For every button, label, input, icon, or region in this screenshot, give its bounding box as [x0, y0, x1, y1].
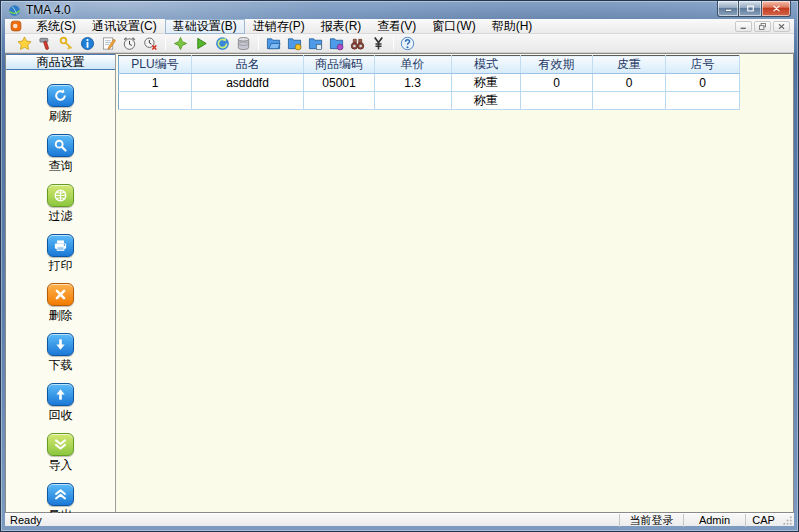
toolbar: [5, 34, 794, 53]
toolbar-button-database[interactable]: [233, 34, 254, 52]
folder-save-icon: [308, 36, 323, 51]
toolbar-button-note[interactable]: [98, 34, 119, 52]
column-header[interactable]: 店号: [666, 56, 740, 74]
menu-item[interactable]: 系统(S): [28, 19, 84, 34]
column-header[interactable]: 模式: [452, 56, 521, 74]
key-icon: [59, 36, 74, 51]
menu-item[interactable]: 通讯设置(C): [84, 19, 165, 34]
sidebar-button-query[interactable]: 查询: [47, 134, 74, 175]
sb-chev-up-icon: [47, 483, 74, 506]
toolbar-button-folder-sync[interactable]: [326, 34, 347, 52]
column-header[interactable]: 皮重: [593, 56, 666, 74]
folder-sync-icon: [329, 36, 344, 51]
menu-item[interactable]: 查看(V): [369, 19, 424, 34]
mdi-restore-button[interactable]: [754, 21, 771, 32]
toolbar-button-info[interactable]: [77, 34, 98, 52]
star-icon: [17, 36, 32, 51]
app-window: TMA 4.0 系统(S)通讯设置(C)基础设置(B)进销存(P)报表(R)查看…: [0, 0, 799, 532]
toolbar-button-folder-lock[interactable]: [284, 34, 305, 52]
table-cell[interactable]: [375, 92, 452, 110]
menu-item[interactable]: 帮助(H): [484, 19, 541, 34]
toolbar-button-currency[interactable]: [368, 34, 389, 52]
menu-item[interactable]: 报表(R): [313, 19, 370, 34]
toolbar-button-clock[interactable]: [119, 34, 140, 52]
sidebar-button-label: 导入: [49, 457, 73, 474]
app-logo-icon: [8, 4, 21, 17]
maximize-icon: [745, 0, 756, 18]
content-area: PLU编号品名商品编码单价模式有效期皮重店号 1asdddfd050011.3称…: [116, 54, 793, 512]
close-button[interactable]: [761, 1, 791, 17]
run-icon: [194, 36, 209, 51]
sidebar-button-refresh[interactable]: 刷新: [47, 84, 74, 125]
note-icon: [101, 36, 116, 51]
toolbar-button-refresh[interactable]: [212, 34, 233, 52]
table-cell[interactable]: [192, 92, 304, 110]
status-panel-1: Admin: [683, 514, 745, 527]
sidebar-title: 商品设置: [6, 54, 115, 70]
toolbar-button-run[interactable]: [191, 34, 212, 52]
minimize-button[interactable]: [717, 1, 739, 17]
table-cell[interactable]: 称重: [452, 92, 521, 110]
info-icon: [80, 36, 95, 51]
table-cell[interactable]: [521, 92, 593, 110]
menu-item[interactable]: 窗口(W): [424, 19, 483, 34]
database-icon: [236, 36, 251, 51]
sidebar-button-label: 查询: [49, 158, 73, 175]
table-cell[interactable]: 1.3: [375, 74, 452, 92]
menu-item[interactable]: 基础设置(B): [165, 19, 245, 34]
toolbar-button-add[interactable]: [170, 34, 191, 52]
table-cell[interactable]: 0: [593, 74, 666, 92]
sidebar-button-label: 刷新: [49, 108, 73, 125]
toolbar-button-help[interactable]: [398, 34, 418, 52]
sidebar-button-label: 打印: [49, 258, 73, 274]
column-header[interactable]: 有效期: [521, 56, 593, 74]
table-cell[interactable]: [666, 92, 740, 110]
toolbar-button-folder-open[interactable]: [263, 34, 284, 52]
status-panel-2: CAP: [745, 514, 781, 527]
column-header[interactable]: PLU编号: [119, 56, 192, 74]
title-bar[interactable]: TMA 4.0: [1, 1, 798, 19]
toolbar-button-hammer[interactable]: [35, 34, 56, 52]
client-area: 商品设置 刷新查询过滤打印删除下载回收导入导出 PLU编号品名商品编码单价模式有…: [5, 53, 794, 513]
sidebar-button-import[interactable]: 导入: [47, 433, 74, 474]
mdi-close-button[interactable]: [773, 21, 790, 32]
help-icon: [400, 36, 415, 51]
table-cell[interactable]: 0: [666, 74, 740, 92]
menu-item[interactable]: 进销存(P): [245, 19, 313, 34]
table-cell[interactable]: asdddfd: [192, 74, 304, 92]
window-title: TMA 4.0: [26, 3, 71, 17]
column-header[interactable]: 品名: [192, 56, 304, 74]
sb-print-icon: [47, 234, 74, 257]
sidebar-button-recycle[interactable]: 回收: [47, 383, 74, 424]
resize-grip-icon[interactable]: [781, 514, 794, 527]
sidebar-button-filter[interactable]: 过滤: [47, 184, 74, 225]
table-cell[interactable]: 称重: [452, 74, 521, 92]
toolbar-button-star[interactable]: [14, 34, 35, 52]
toolbar-button-binoculars[interactable]: [347, 34, 368, 52]
column-header[interactable]: 单价: [375, 56, 452, 74]
toolbar-button-key[interactable]: [56, 34, 77, 52]
table-cell[interactable]: [593, 92, 666, 110]
sb-up-icon: [47, 383, 74, 406]
maximize-button[interactable]: [739, 1, 761, 17]
sidebar-button-download[interactable]: 下载: [47, 333, 74, 374]
sidebar-button-delete[interactable]: 删除: [47, 283, 74, 324]
toolbar-separator: [393, 36, 394, 50]
table-cell[interactable]: 05001: [304, 74, 375, 92]
table-cell[interactable]: [304, 92, 375, 110]
sidebar-button-print[interactable]: 打印: [47, 234, 74, 274]
table-cell[interactable]: [119, 92, 192, 110]
mdi-minimize-button[interactable]: [735, 21, 752, 32]
toolbar-button-folder-save[interactable]: [305, 34, 326, 52]
menu-bar: 系统(S)通讯设置(C)基础设置(B)进销存(P)报表(R)查看(V)窗口(W)…: [5, 19, 794, 34]
mdi-child-icon: [10, 20, 22, 32]
clock-x-icon: [143, 36, 158, 51]
sidebar-button-label: 回收: [49, 407, 73, 424]
product-table: PLU编号品名商品编码单价模式有效期皮重店号 1asdddfd050011.3称…: [118, 55, 740, 110]
toolbar-button-clock-x[interactable]: [140, 34, 161, 52]
column-header[interactable]: 商品编码: [304, 56, 375, 74]
table-cell[interactable]: 1: [119, 74, 192, 92]
table-cell[interactable]: 0: [521, 74, 593, 92]
toolbar-separator: [165, 36, 166, 50]
caption-buttons: [717, 1, 791, 17]
